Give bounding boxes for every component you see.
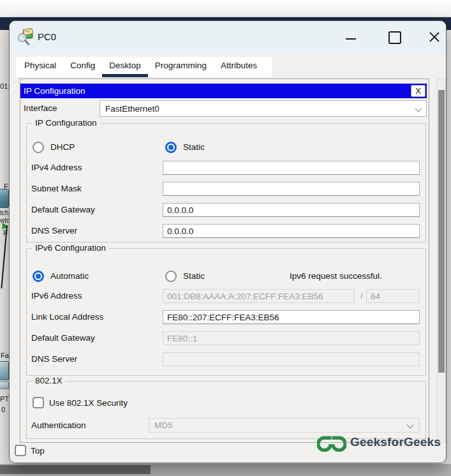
- tab-config[interactable]: Config: [63, 57, 102, 77]
- ipv4-address-label: IPv4 Address: [31, 163, 82, 172]
- automatic-ipv6-radio-label[interactable]: Automatic: [50, 271, 89, 281]
- maximize-icon[interactable]: [383, 29, 404, 45]
- workspace-label: PT: [0, 395, 9, 403]
- static-ipv4-radio-label[interactable]: Static: [183, 142, 205, 152]
- ipv6-dns-server-input: [163, 352, 420, 366]
- ipv6-prefix-input: [366, 289, 420, 303]
- authentication-select-value: MD5: [154, 420, 173, 430]
- subnet-mask-label: Subnet Mask: [31, 184, 82, 193]
- link-local-address-label: Link Local Address: [31, 312, 103, 322]
- tab-programming[interactable]: Programming: [148, 57, 214, 77]
- ipv6-address-label: IPv6 Address: [31, 291, 82, 301]
- tab-attributes[interactable]: Attributes: [214, 57, 264, 77]
- authentication-select: MD5: [149, 418, 420, 433]
- watermark: GeeksforGeeks: [317, 433, 441, 452]
- link-local-address-input[interactable]: [163, 310, 420, 324]
- default-gateway-label: Default Gateway: [31, 205, 95, 214]
- interface-label: Interface: [24, 103, 57, 113]
- workspace-label: tch: [0, 209, 8, 216]
- tab-bar: Physical Config Desktop Programming Attr…: [16, 57, 272, 77]
- interface-select[interactable]: FastEthernet0: [100, 100, 427, 117]
- close-icon[interactable]: [425, 29, 443, 45]
- horizontal-scrollbar-thumb[interactable]: [0, 465, 151, 474]
- tab-physical[interactable]: Physical: [17, 57, 63, 77]
- static-ipv4-radio[interactable]: [165, 142, 177, 153]
- ip-configuration-close-button[interactable]: X: [411, 85, 425, 97]
- watermark-text: GeeksforGeeks: [350, 435, 441, 449]
- packet-tracer-pc-icon: [17, 28, 34, 45]
- ipv6-default-gateway-input: [163, 331, 420, 345]
- geeksforgeeks-logo-icon: [317, 433, 346, 452]
- ipv6-address-input: [163, 289, 355, 303]
- pc0-dialog-window: PC0 Physical Config Desktop Programming …: [9, 20, 447, 463]
- dhcp-radio-label[interactable]: DHCP: [50, 142, 75, 152]
- workspace-label: Fa: [1, 352, 9, 359]
- horizontal-scrollbar[interactable]: [0, 464, 451, 476]
- pc-device-icon: [0, 361, 9, 380]
- ipv6-dns-server-label: DNS Server: [31, 354, 77, 364]
- switch-device-icon: [0, 189, 9, 208]
- use-8021x-security-label[interactable]: Use 802.1X Security: [49, 398, 128, 408]
- workspace-label: F: [3, 229, 8, 237]
- workspace-label: 01:: [0, 82, 10, 90]
- ipv4-address-input[interactable]: [163, 161, 420, 175]
- ipv4-group-label: IP Configuration: [32, 118, 100, 128]
- interface-select-value: FastEthernet0: [105, 104, 159, 114]
- pc-device-icon: [0, 382, 9, 389]
- minimize-icon[interactable]: [341, 33, 361, 45]
- dns-server-label: DNS Server: [31, 226, 77, 235]
- dot1x-group-label: 802.1X: [32, 376, 66, 385]
- ipv6-group-label: IPv6 Configuration: [32, 243, 109, 253]
- static-ipv6-radio-label[interactable]: Static: [183, 271, 205, 281]
- tab-desktop[interactable]: Desktop: [102, 57, 148, 77]
- subnet-mask-input[interactable]: [163, 182, 420, 196]
- static-ipv6-radio[interactable]: [165, 271, 177, 282]
- window-title: PC0: [38, 31, 56, 42]
- screen: 01: F tch wto F Fa PT 0 PC0: [0, 0, 451, 476]
- ipv6-prefix-separator: /: [360, 291, 363, 301]
- dialog-titlebar[interactable]: PC0: [10, 21, 446, 53]
- ipv6-default-gateway-label: Default Gateway: [31, 333, 95, 343]
- automatic-ipv6-radio[interactable]: [33, 271, 44, 282]
- default-gateway-input[interactable]: [163, 203, 420, 217]
- vertical-scrollbar-thumb[interactable]: [438, 90, 445, 373]
- use-8021x-security-checkbox[interactable]: [33, 397, 44, 408]
- workspace-label: 0: [1, 406, 5, 413]
- ip-configuration-header[interactable]: IP Configuration: [20, 84, 427, 98]
- ipv6-request-status: Ipv6 request successful.: [290, 271, 382, 281]
- top-checkbox-label[interactable]: Top: [31, 446, 45, 456]
- top-strip: [0, 0, 451, 17]
- dhcp-radio[interactable]: [33, 142, 44, 153]
- top-checkbox[interactable]: [15, 445, 26, 456]
- ip-configuration-header-title: IP Configuration: [24, 86, 85, 96]
- authentication-label: Authentication: [31, 420, 86, 430]
- ip-configuration-panel: IP Configuration X Interface FastEtherne…: [20, 78, 429, 443]
- dns-server-input[interactable]: [163, 224, 420, 238]
